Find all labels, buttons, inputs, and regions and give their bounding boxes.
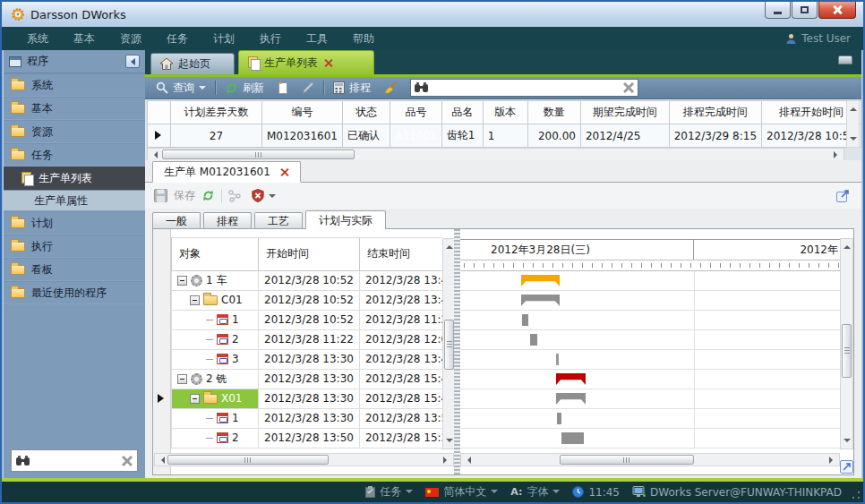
minimize-button[interactable] (765, 2, 791, 19)
detail-tab-close-icon[interactable] (279, 167, 289, 177)
subtab-plan-vs-actual[interactable]: 计划与实际 (305, 210, 386, 229)
status-font-menu[interactable]: A: 字体 (510, 484, 560, 500)
grid-col-qty[interactable]: 数量 (527, 101, 580, 124)
resize-grip[interactable] (852, 491, 861, 500)
cell-code[interactable]: M012031601 (261, 124, 342, 148)
refresh-icon[interactable] (201, 189, 215, 202)
cell-item-name[interactable]: 齿轮1 (441, 124, 483, 148)
cell-status[interactable]: 已确认 (342, 124, 390, 148)
routing-icon[interactable] (228, 190, 242, 202)
scroll-left-icon[interactable] (158, 457, 165, 464)
menu-help[interactable]: 帮助 (340, 28, 387, 50)
sidebar-item-system[interactable]: 系统 (4, 73, 145, 97)
tab-production-order-list[interactable]: 生产单列表 (238, 50, 374, 74)
gantt-bar[interactable] (557, 413, 561, 424)
menu-system[interactable]: 系统 (14, 28, 61, 50)
sidebar-item-plan[interactable]: 计划 (4, 211, 145, 235)
save-label[interactable]: 保存 (174, 188, 195, 203)
row-selector[interactable] (148, 124, 171, 148)
grid-col-code[interactable]: 编号 (261, 101, 342, 124)
grid-col-diff-days[interactable]: 计划差异天数 (171, 101, 262, 124)
save-icon[interactable] (154, 189, 167, 202)
gantt-bar[interactable] (522, 314, 528, 326)
scroll-up-icon[interactable] (446, 242, 453, 249)
grid-col-expect-finish[interactable]: 期望完成时间 (580, 101, 669, 124)
grid-col-status[interactable]: 状态 (342, 101, 390, 124)
scrollbar-thumb[interactable] (444, 320, 454, 370)
schedule-button[interactable]: 排程 (330, 79, 374, 98)
sidebar-item-production-order-list[interactable]: 生产单列表 (4, 167, 145, 190)
collapse-expander-icon[interactable] (190, 394, 200, 404)
table-row[interactable]: 2 铣 2012/3/28 13:30 2012/3/28 15:40 (172, 369, 461, 389)
cell-item-no[interactable]: A11001 (390, 124, 441, 148)
collapse-expander-icon[interactable] (177, 374, 187, 384)
gantt-bar[interactable] (521, 295, 560, 306)
list-search-input[interactable] (432, 81, 619, 94)
scrollbar-thumb[interactable] (162, 149, 355, 159)
open-new-window-icon[interactable] (835, 188, 851, 203)
gantt-horizontal-scrollbar[interactable] (460, 453, 840, 466)
splitter-handle[interactable] (454, 229, 460, 474)
sidebar-search-input[interactable] (34, 455, 117, 467)
collapse-expander-icon[interactable] (190, 295, 200, 305)
scrollbar-thumb[interactable] (842, 324, 852, 378)
sidebar-collapse-button[interactable] (125, 55, 140, 68)
refresh-button[interactable]: 刷新 (221, 79, 268, 98)
table-row[interactable]: C01 2012/3/28 10:52 2012/3/28 13:40 (172, 290, 461, 310)
cell-expect-finish[interactable]: 2012/4/25 (580, 124, 669, 148)
sidebar-item-production-order-properties[interactable]: 生产单属性 (4, 190, 145, 211)
grid-horizontal-scrollbar[interactable] (147, 148, 844, 161)
user-menu[interactable]: Test User (785, 32, 851, 45)
gantt-vertical-scrollbar[interactable] (840, 238, 853, 449)
menu-basic[interactable]: 基本 (61, 28, 107, 50)
cell-diff-days[interactable]: 27 (171, 124, 262, 148)
sidebar-item-resource[interactable]: 资源 (4, 120, 145, 143)
grid-col-item-name[interactable]: 品名 (441, 101, 483, 124)
cell-qty[interactable]: 200.00 (527, 124, 580, 148)
tab-start-page[interactable]: 起始页 (150, 53, 235, 74)
subtab-general[interactable]: 一般 (152, 212, 201, 229)
scroll-right-icon[interactable] (834, 151, 841, 158)
table-row[interactable]: 1 2012/3/28 13:30 2012/3/28 13:50 (172, 408, 461, 428)
sidebar-item-basic[interactable]: 基本 (4, 97, 145, 120)
scroll-left-icon[interactable] (464, 457, 471, 464)
validation-button[interactable] (248, 187, 279, 204)
sidebar-item-kanban[interactable]: 看板 (4, 258, 145, 281)
cell-version[interactable]: 1 (483, 124, 527, 148)
menu-plan[interactable]: 计划 (201, 28, 247, 50)
maximize-button[interactable] (792, 2, 818, 19)
detail-tab-production-order[interactable]: 生产单 M012031601 (152, 161, 301, 183)
clean-button[interactable] (380, 80, 401, 97)
grid-vertical-scrollbar[interactable] (846, 100, 860, 148)
collapse-expander-icon[interactable] (177, 276, 187, 286)
scroll-right-icon[interactable] (443, 457, 450, 464)
gantt-bar[interactable] (556, 393, 586, 405)
scrollbar-thumb[interactable] (167, 455, 329, 465)
table-row-selected[interactable]: X01 2012/3/28 13:30 2012/3/28 15:40 (172, 389, 461, 408)
scroll-up-icon[interactable] (850, 104, 857, 111)
table-row[interactable]: 1 车 2012/3/28 10:52 2012/3/28 13:40 (172, 270, 461, 290)
edit-button[interactable] (298, 80, 318, 96)
new-button[interactable] (273, 80, 293, 97)
scroll-left-icon[interactable] (150, 151, 158, 158)
printer-icon[interactable] (838, 56, 852, 64)
scroll-down-icon[interactable] (446, 439, 453, 446)
table-row[interactable]: 3 2012/3/28 13:30 2012/3/28 13:40 (172, 349, 461, 369)
scrollbar-thumb[interactable] (560, 455, 694, 465)
gantt-bar[interactable] (561, 432, 584, 444)
sidebar-item-recent-programs[interactable]: 最近使用的程序 (4, 281, 145, 304)
status-task-menu[interactable]: 任务 (365, 484, 413, 500)
subtab-process[interactable]: 工艺 (254, 212, 303, 229)
grid-col-sched-finish[interactable]: 排程完成时间 (669, 101, 761, 124)
grid-col-item-no[interactable]: 品号 (390, 101, 441, 124)
subtab-schedule[interactable]: 排程 (203, 212, 252, 229)
clear-search-icon[interactable] (623, 82, 634, 93)
clear-search-icon[interactable] (122, 456, 133, 466)
close-button[interactable] (818, 2, 856, 19)
cell-sched-finish[interactable]: 2012/3/29 8:15 (669, 124, 761, 148)
gantt-bar[interactable] (521, 275, 560, 286)
tab-close-icon[interactable] (323, 58, 333, 68)
status-language-menu[interactable]: 简体中文 (425, 484, 498, 500)
menu-execute[interactable]: 执行 (247, 28, 294, 50)
sidebar-item-task[interactable]: 任务 (4, 143, 145, 167)
